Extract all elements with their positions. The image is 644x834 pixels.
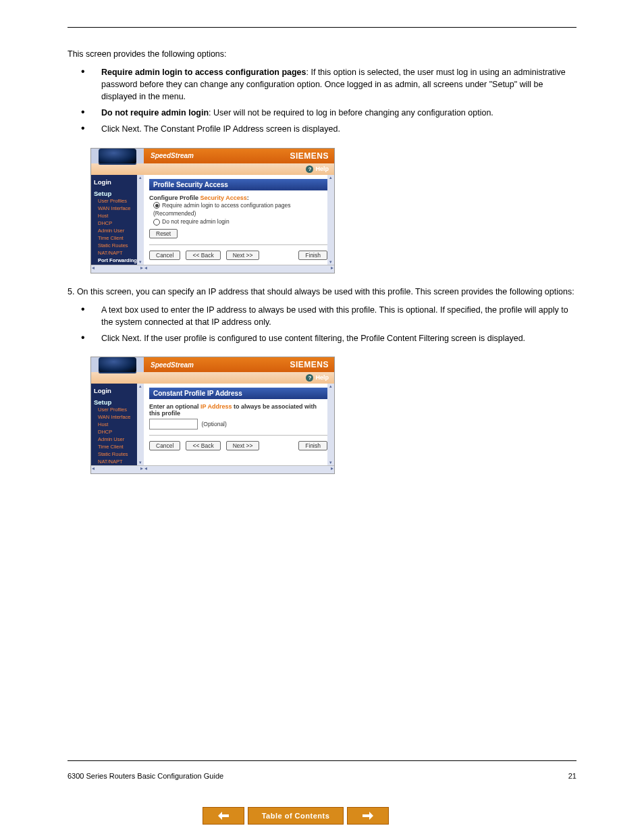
screenshot-constant-profile-ip: SpeedStream SIEMENS ?Help Login Setup Us… [90, 357, 335, 474]
ip-input-row: (Optional) [149, 419, 329, 429]
divider [149, 244, 329, 245]
options-list-1: Require admin login to access configurat… [68, 66, 576, 136]
help-icon: ? [306, 374, 313, 382]
nav-wan-interface[interactable]: WAN Interface [91, 413, 144, 421]
nav-time-client[interactable]: Time Client [91, 443, 144, 450]
help-bar: ?Help [91, 163, 334, 175]
help-bar: ?Help [91, 372, 334, 384]
main-scrollbar[interactable] [327, 384, 334, 465]
help-link[interactable]: ?Help [306, 165, 329, 173]
router-image-cell [91, 357, 144, 372]
finish-button[interactable]: Finish [298, 441, 327, 450]
help-link[interactable]: ?Help [306, 374, 329, 382]
nav-user-profiles[interactable]: User Profiles [91, 406, 144, 413]
vendor-name: SIEMENS [290, 360, 329, 369]
main-panel: Profile Security Access Configure Profil… [144, 175, 334, 265]
next-button[interactable]: Next >> [226, 251, 260, 260]
cancel-button[interactable]: Cancel [149, 441, 180, 450]
option-5b: Click Next. If the user profile is confi… [81, 332, 576, 344]
radio-require-admin[interactable]: Require admin login to access configurat… [149, 201, 329, 210]
options-list-2: A text box used to enter the IP address … [68, 304, 576, 344]
option-2: Do not require admin login: User will no… [81, 107, 576, 119]
toc-nav: Table of Contents [203, 807, 389, 825]
toc-prev-button[interactable] [203, 807, 244, 825]
radio-icon [153, 219, 160, 226]
brand-bar: SpeedStream SIEMENS [144, 149, 334, 163]
finish-button[interactable]: Finish [298, 251, 327, 260]
reset-button[interactable]: Reset [149, 229, 178, 238]
nav-host[interactable]: Host [91, 421, 144, 428]
radio-recommended: (Recommended) [149, 209, 329, 217]
nav-time-client[interactable]: Time Client [91, 234, 144, 242]
router-icon [99, 357, 136, 372]
nav-scrollbar[interactable] [137, 175, 144, 265]
cancel-button[interactable]: Cancel [149, 251, 180, 260]
nav-login[interactable]: Login [91, 384, 144, 396]
nav-user-profiles[interactable]: User Profiles [91, 197, 144, 205]
vendor-name: SIEMENS [290, 151, 329, 161]
back-button[interactable]: << Back [186, 251, 220, 260]
nav-static-routes[interactable]: Static Routes [91, 242, 144, 249]
brand-bar: SpeedStream SIEMENS [144, 357, 334, 372]
ss2-header: SpeedStream SIEMENS [91, 357, 334, 372]
option-2-label: Do not require admin login [101, 108, 209, 118]
panel-prompt: Enter an optional IP Address to always b… [149, 403, 329, 417]
nav-host[interactable]: Host [91, 212, 144, 219]
divider [149, 435, 329, 436]
panel-heading: Configure Profile Security Access: [149, 194, 329, 201]
optional-label: (Optional) [202, 421, 227, 427]
nav-setup[interactable]: Setup [91, 396, 144, 406]
nav-nat-napt[interactable]: NAT/NAPT [91, 458, 144, 465]
nav-sidebar: Login Setup User Profiles WAN Interface … [91, 175, 144, 265]
option-5a: A text box used to enter the IP address … [81, 304, 576, 328]
back-button[interactable]: << Back [186, 441, 220, 450]
radio-icon [153, 202, 160, 209]
step-5-text: 5. On this screen, you can specify an IP… [68, 286, 576, 298]
nav-setup[interactable]: Setup [91, 187, 144, 197]
nav-wan-interface[interactable]: WAN Interface [91, 205, 144, 212]
ss1-header: SpeedStream SIEMENS [91, 149, 334, 163]
main-panel: Constant Profile IP Address Enter an opt… [144, 384, 334, 465]
nav-scrollbar[interactable] [137, 384, 144, 465]
option-1: Require admin login to access configurat… [81, 66, 576, 103]
brand-name: SpeedStream [151, 361, 194, 369]
help-icon: ? [306, 165, 313, 173]
router-image-cell [91, 149, 144, 163]
toc-next-button[interactable] [347, 807, 389, 825]
nav-login[interactable]: Login [91, 175, 144, 187]
option-1-label: Require admin login to access configurat… [101, 68, 306, 77]
bottom-rule [68, 760, 576, 761]
router-icon [99, 149, 136, 163]
arrow-left-icon [218, 812, 229, 820]
arrow-right-icon [363, 812, 373, 820]
nav-dhcp[interactable]: DHCP [91, 219, 144, 227]
footer-title: 6300 Series Routers Basic Configuration … [68, 772, 223, 780]
lead-text: This screen provides the following optio… [68, 48, 576, 60]
panel-title: Constant Profile IP Address [149, 388, 329, 399]
nav-sidebar: Login Setup User Profiles WAN Interface … [91, 384, 144, 465]
bottom-scrollbars[interactable] [91, 465, 334, 473]
nav-admin-user[interactable]: Admin User [91, 436, 144, 443]
nav-port-forwarding[interactable]: Port Forwarding [91, 257, 144, 264]
page-number: 21 [568, 772, 576, 780]
toc-button[interactable]: Table of Contents [248, 807, 344, 825]
next-button[interactable]: Next >> [226, 441, 260, 450]
panel-title: Profile Security Access [149, 179, 329, 190]
nav-static-routes[interactable]: Static Routes [91, 450, 144, 458]
nav-dhcp[interactable]: DHCP [91, 428, 144, 436]
brand-name: SpeedStream [151, 152, 194, 159]
option-3-text: Click Next. The Constant Profile IP Addr… [101, 124, 340, 134]
main-scrollbar[interactable] [327, 175, 334, 265]
ip-address-input[interactable] [149, 419, 198, 429]
nav-nat-napt[interactable]: NAT/NAPT [91, 249, 144, 257]
top-rule [68, 27, 576, 28]
option-3: Click Next. The Constant Profile IP Addr… [81, 123, 576, 135]
option-2-rest: : User will not be required to log in be… [209, 108, 493, 118]
screenshot-profile-security-access: SpeedStream SIEMENS ?Help Login Setup Us… [90, 148, 335, 274]
radio-no-admin[interactable]: Do not require admin login [149, 217, 329, 226]
bottom-scrollbars[interactable] [91, 265, 334, 273]
nav-admin-user[interactable]: Admin User [91, 227, 144, 234]
